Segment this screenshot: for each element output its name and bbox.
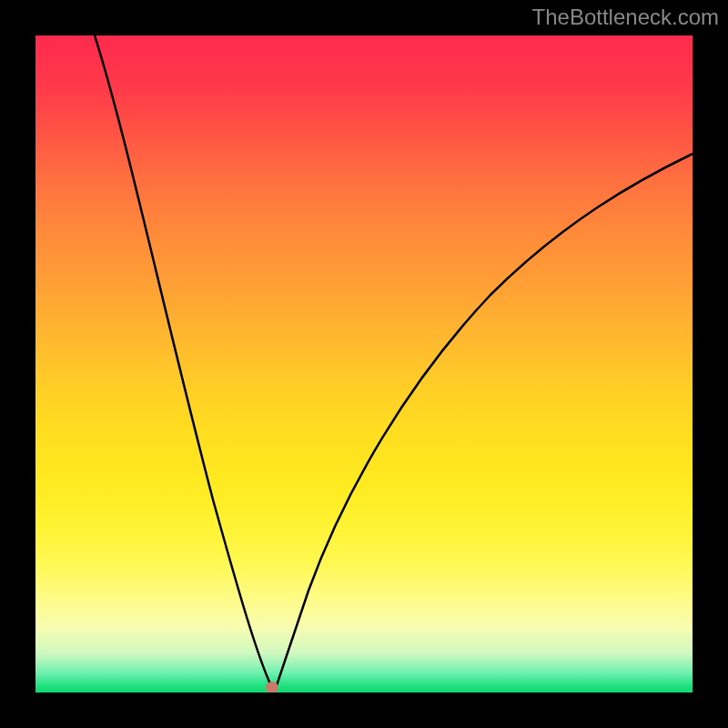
bottleneck-curve [35, 35, 693, 693]
watermark-text: TheBottleneck.com [532, 5, 719, 30]
plot-area [35, 35, 693, 693]
minimum-point-marker [266, 682, 278, 693]
